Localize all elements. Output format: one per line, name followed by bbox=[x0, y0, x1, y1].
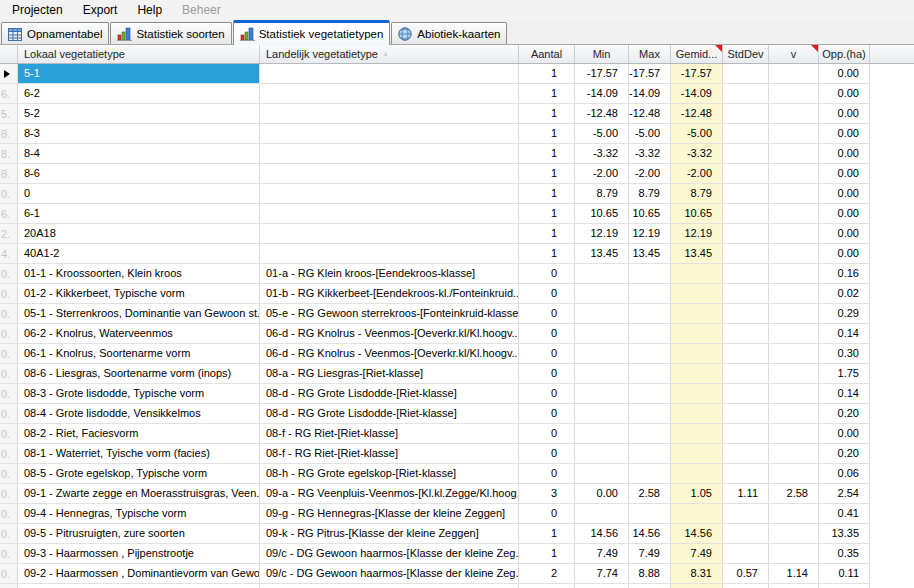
table-row[interactable]: 8.8-61-2.00-2.00-2.000.00 bbox=[0, 164, 914, 184]
cell-v[interactable] bbox=[769, 104, 819, 124]
cell-opp[interactable]: 13.35 bbox=[819, 524, 870, 544]
cell-max[interactable]: 7.49 bbox=[629, 544, 671, 564]
cell-max[interactable] bbox=[629, 284, 671, 304]
cell-lokaal[interactable]: 09-5 - Pitrusruigten, zure soorten bbox=[18, 524, 260, 544]
cell-gemid[interactable]: 8.79 bbox=[671, 184, 723, 204]
cell-v[interactable] bbox=[769, 424, 819, 444]
cell-landelijk[interactable]: 05-e - RG Gewoon sterrekroos-[Fonteinkru… bbox=[260, 304, 519, 324]
cell-aantal[interactable]: 0 bbox=[519, 404, 575, 424]
cell-v[interactable] bbox=[769, 244, 819, 264]
cell-landelijk[interactable]: 09-a - RG Veenpluis-Veenmos-[Kl.kl.Zegge… bbox=[260, 484, 519, 504]
cell-aantal[interactable]: 0 bbox=[519, 304, 575, 324]
cell-opp[interactable]: 0.00 bbox=[819, 184, 870, 204]
cell-opp[interactable]: 0.14 bbox=[819, 324, 870, 344]
cell-min[interactable] bbox=[575, 404, 629, 424]
cell-v[interactable] bbox=[769, 544, 819, 564]
cell-v[interactable] bbox=[769, 584, 819, 588]
cell-v[interactable] bbox=[769, 464, 819, 484]
tab-abiotiek-kaarten[interactable]: Abiotiek-kaarten bbox=[391, 22, 507, 44]
cell-max[interactable] bbox=[629, 464, 671, 484]
menu-item-help[interactable]: Help bbox=[127, 1, 172, 19]
column-header-stddev[interactable]: StdDev bbox=[723, 45, 769, 63]
column-header-aantal[interactable]: Aantal bbox=[519, 45, 575, 63]
cell-opp[interactable]: 0.00 bbox=[819, 204, 870, 224]
cell-lokaal[interactable]: 01-1 - Kroossoorten, Klein kroos bbox=[18, 264, 260, 284]
cell-max[interactable]: 14.56 bbox=[629, 524, 671, 544]
cell-landelijk[interactable]: 08-d - RG Grote Lisdodde-[Riet-klasse] bbox=[260, 384, 519, 404]
cell-min[interactable]: 14.56 bbox=[575, 524, 629, 544]
table-row[interactable]: 8.8-41-3.32-3.32-3.320.00 bbox=[0, 144, 914, 164]
cell-min[interactable]: -5.00 bbox=[575, 124, 629, 144]
cell-opp[interactable]: 0.35 bbox=[819, 544, 870, 564]
cell-gemid[interactable] bbox=[671, 384, 723, 404]
cell-min[interactable]: -3.32 bbox=[575, 144, 629, 164]
cell-lokaal[interactable]: 0 bbox=[18, 184, 260, 204]
cell-landelijk[interactable]: 09/c - DG Gewoon haarmos-[Klasse der kle… bbox=[260, 564, 519, 584]
cell-stddev[interactable]: 1.11 bbox=[723, 484, 769, 504]
cell-gemid[interactable]: -5.00 bbox=[671, 124, 723, 144]
cell-opp[interactable]: 0.16 bbox=[819, 264, 870, 284]
cell-max[interactable]: 13.45 bbox=[629, 244, 671, 264]
cell-lokaal[interactable]: 08-6 - Liesgras, Soortenarme vorm (inops… bbox=[18, 364, 260, 384]
cell-v[interactable] bbox=[769, 184, 819, 204]
cell-v[interactable] bbox=[769, 84, 819, 104]
cell-max[interactable] bbox=[629, 404, 671, 424]
cell-lokaal[interactable] bbox=[18, 584, 260, 588]
cell-aantal[interactable]: 1 bbox=[519, 544, 575, 564]
cell-lokaal[interactable]: 06-1 - Knolrus, Soortenarme vorm bbox=[18, 344, 260, 364]
table-row[interactable]: 5.5-21-12.48-12.48-12.480.00 bbox=[0, 104, 914, 124]
cell-min[interactable] bbox=[575, 324, 629, 344]
cell-max[interactable]: -3.32 bbox=[629, 144, 671, 164]
cell-v[interactable] bbox=[769, 524, 819, 544]
cell-gemid[interactable] bbox=[671, 364, 723, 384]
column-header-landelijk[interactable]: Landelijk vegetatietype▲ bbox=[260, 45, 519, 63]
cell-aantal[interactable]: 1 bbox=[519, 84, 575, 104]
cell-gemid[interactable] bbox=[671, 284, 723, 304]
cell-aantal[interactable]: 0 bbox=[519, 424, 575, 444]
cell-lokaal[interactable]: 20A18 bbox=[18, 224, 260, 244]
cell-lokaal[interactable]: 08-4 - Grote lisdodde, Vensikkelmos bbox=[18, 404, 260, 424]
cell-max[interactable] bbox=[629, 264, 671, 284]
cell-min[interactable]: 0.00 bbox=[575, 484, 629, 504]
cell-landelijk[interactable]: 08-a - RG Liesgras-[Riet-klasse] bbox=[260, 364, 519, 384]
cell-aantal[interactable]: 1 bbox=[519, 224, 575, 244]
cell-v[interactable] bbox=[769, 304, 819, 324]
column-header-lokaal[interactable]: Lokaal vegetatietype bbox=[18, 45, 260, 63]
cell-lokaal[interactable]: 08-2 - Riet, Faciesvorm bbox=[18, 424, 260, 444]
cell-stddev[interactable] bbox=[723, 164, 769, 184]
cell-gemid[interactable]: 7.49 bbox=[671, 544, 723, 564]
cell-gemid[interactable] bbox=[671, 404, 723, 424]
cell-landelijk[interactable]: 09-g - RG Hennegras-[Klasse der kleine Z… bbox=[260, 504, 519, 524]
cell-opp[interactable]: 0.00 bbox=[819, 84, 870, 104]
cell-stddev[interactable] bbox=[723, 284, 769, 304]
cell-stddev[interactable] bbox=[723, 204, 769, 224]
table-row[interactable]: 0.06-1 - Knolrus, Soortenarme vorm06-d -… bbox=[0, 344, 914, 364]
cell-stddev[interactable] bbox=[723, 344, 769, 364]
cell-opp[interactable]: 0.30 bbox=[819, 344, 870, 364]
cell-stddev[interactable] bbox=[723, 104, 769, 124]
cell-lokaal[interactable]: 40A1-2 bbox=[18, 244, 260, 264]
cell-landelijk[interactable]: 06-d - RG Knolrus - Veenmos-[Oeverkr.kl/… bbox=[260, 324, 519, 344]
cell-lokaal[interactable]: 8-4 bbox=[18, 144, 260, 164]
cell-opp[interactable]: 0.00 bbox=[819, 144, 870, 164]
cell-lokaal[interactable]: 08-1 - Waterriet, Tyische vorm (facies) bbox=[18, 444, 260, 464]
cell-v[interactable] bbox=[769, 344, 819, 364]
cell-v[interactable] bbox=[769, 124, 819, 144]
cell-aantal[interactable]: 0 bbox=[519, 504, 575, 524]
column-header-min[interactable]: Min bbox=[575, 45, 629, 63]
cell-min[interactable] bbox=[575, 504, 629, 524]
cell-landelijk[interactable] bbox=[260, 584, 519, 588]
table-row[interactable]: 0.09-4 - Hennegras, Typische vorm09-g - … bbox=[0, 504, 914, 524]
cell-stddev[interactable] bbox=[723, 544, 769, 564]
cell-gemid[interactable]: 10.65 bbox=[671, 204, 723, 224]
cell-max[interactable] bbox=[629, 504, 671, 524]
cell-aantal[interactable]: 0 bbox=[519, 444, 575, 464]
cell-stddev[interactable] bbox=[723, 64, 769, 84]
cell-min[interactable] bbox=[575, 364, 629, 384]
cell-max[interactable] bbox=[629, 304, 671, 324]
cell-stddev[interactable] bbox=[723, 224, 769, 244]
cell-opp[interactable]: 0.00 bbox=[819, 224, 870, 244]
cell-landelijk[interactable]: 08-h - RG Grote egelskop-[Riet-klasse] bbox=[260, 464, 519, 484]
cell-min[interactable] bbox=[575, 264, 629, 284]
cell-v[interactable] bbox=[769, 384, 819, 404]
